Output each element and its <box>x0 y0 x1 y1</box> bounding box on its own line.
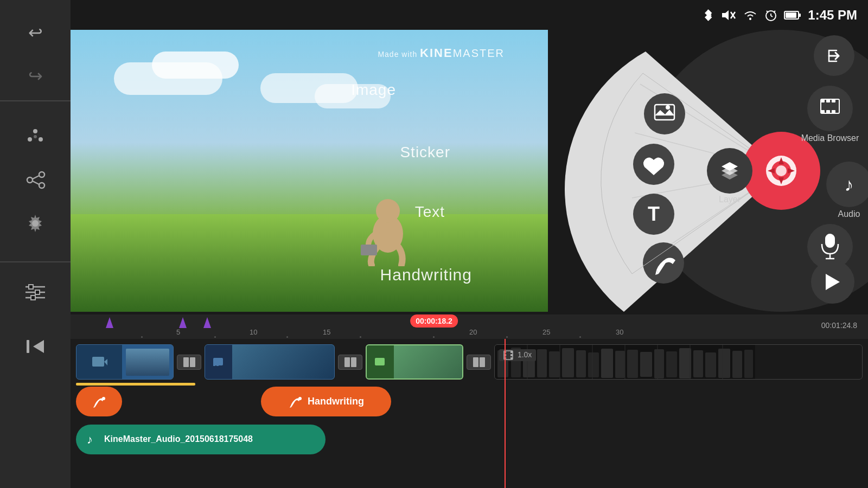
svg-point-46 <box>766 156 796 186</box>
svg-text:Layer: Layer <box>719 195 741 204</box>
svg-point-38 <box>644 93 685 134</box>
svg-rect-52 <box>821 99 839 113</box>
sidebar-divider-2 <box>0 261 71 262</box>
sticker-label[interactable]: Sticker <box>400 144 450 161</box>
svg-rect-112 <box>744 350 753 378</box>
play-button[interactable] <box>811 260 854 304</box>
svg-rect-39 <box>655 105 674 120</box>
video-clip-1[interactable] <box>76 344 174 380</box>
svg-rect-106 <box>666 351 677 377</box>
svg-rect-56 <box>821 110 825 113</box>
svg-point-48 <box>776 165 787 176</box>
svg-line-34 <box>640 84 781 171</box>
svg-rect-102 <box>615 351 625 378</box>
marker-3 <box>203 317 211 330</box>
battery-icon <box>784 10 801 21</box>
audio-clip-label: KineMaster_Audio_20150618175048 <box>104 434 253 444</box>
handwriting-clip-main[interactable]: Handwriting <box>261 387 391 416</box>
status-time: 1:45 PM <box>808 8 857 23</box>
rewind-button[interactable] <box>11 325 60 368</box>
share-button[interactable] <box>11 158 60 202</box>
svg-point-44 <box>643 242 684 284</box>
svg-point-0 <box>33 129 37 133</box>
image-label[interactable]: Image <box>351 81 396 99</box>
svg-text:T: T <box>648 203 660 225</box>
svg-text:Media Browser: Media Browser <box>801 133 859 143</box>
svg-rect-75 <box>190 357 195 367</box>
svg-rect-110 <box>718 349 730 378</box>
svg-marker-73 <box>104 359 107 365</box>
svg-rect-96 <box>537 349 547 377</box>
svg-marker-70 <box>179 317 187 328</box>
svg-rect-57 <box>826 110 830 113</box>
svg-rect-78 <box>216 363 219 366</box>
mute-icon <box>721 9 736 22</box>
svg-rect-58 <box>832 110 835 113</box>
total-time: 00:01:24.8 <box>821 321 857 330</box>
svg-rect-103 <box>627 350 638 378</box>
svg-marker-71 <box>203 317 211 328</box>
text-label[interactable]: Text <box>415 203 445 221</box>
status-bar: 1:45 PM <box>71 0 868 30</box>
transition-1[interactable] <box>177 355 201 370</box>
svg-line-36 <box>632 171 781 198</box>
settings-button[interactable] <box>11 202 60 245</box>
svg-rect-105 <box>654 349 664 378</box>
svg-rect-64 <box>825 234 835 248</box>
svg-point-120 <box>102 397 105 400</box>
preview-area: Made with KINEMASTER Image Sticker Text … <box>71 30 548 312</box>
svg-rect-104 <box>640 352 652 377</box>
svg-point-2 <box>39 137 43 142</box>
svg-rect-97 <box>549 351 560 377</box>
adjust-button[interactable] <box>11 271 60 314</box>
svg-rect-89 <box>510 351 513 353</box>
svg-rect-108 <box>693 350 703 377</box>
video-clip-2[interactable] <box>205 344 335 380</box>
film-clip[interactable]: 1.0x <box>494 344 863 380</box>
svg-rect-16 <box>27 340 29 353</box>
svg-rect-72 <box>92 357 104 367</box>
transition-3[interactable] <box>467 355 491 370</box>
svg-line-8 <box>33 181 39 184</box>
svg-rect-28 <box>786 12 796 18</box>
svg-point-49 <box>707 148 752 194</box>
person-silhouette <box>358 190 418 266</box>
undo-button[interactable]: ↩ <box>11 11 60 54</box>
svg-marker-18 <box>722 10 729 20</box>
left-sidebar: ↩ ↪ <box>0 0 71 488</box>
svg-point-41 <box>633 144 674 185</box>
marker-1 <box>106 317 113 330</box>
handwriting-clip-label: Handwriting <box>308 396 364 407</box>
svg-point-60 <box>826 162 868 207</box>
redo-button[interactable]: ↪ <box>11 54 60 98</box>
audio-clip[interactable]: ♪ KineMaster_Audio_20150618175048 <box>76 425 326 454</box>
exit-button[interactable] <box>814 35 854 76</box>
svg-rect-84 <box>480 357 485 367</box>
svg-rect-98 <box>562 348 574 377</box>
handwriting-label[interactable]: Handwriting <box>380 266 472 284</box>
svg-rect-83 <box>473 357 478 367</box>
svg-line-37 <box>643 171 781 263</box>
svg-marker-68 <box>826 274 840 290</box>
svg-rect-13 <box>29 285 33 289</box>
svg-line-24 <box>771 16 773 17</box>
transition-2[interactable] <box>338 355 362 370</box>
watermark: Made with KINEMASTER <box>378 46 505 60</box>
svg-rect-100 <box>588 352 599 377</box>
svg-rect-99 <box>576 350 586 377</box>
sidebar-divider-1 <box>0 100 71 101</box>
svg-rect-91 <box>510 357 513 359</box>
svg-rect-80 <box>351 357 356 367</box>
svg-point-4 <box>39 172 44 177</box>
video-clip-3[interactable] <box>366 344 463 380</box>
video-track: 1.0x <box>71 342 868 382</box>
effects-button[interactable] <box>11 115 60 158</box>
svg-point-51 <box>807 86 853 131</box>
svg-rect-90 <box>510 354 513 356</box>
svg-rect-74 <box>183 357 189 367</box>
svg-point-45 <box>742 132 820 210</box>
handwriting-clip-small[interactable] <box>76 387 122 416</box>
svg-point-42 <box>633 194 674 235</box>
timeline-area: 5 10 15 20 25 30 00:00:18.2 00:01:24.8 <box>71 314 868 488</box>
clip-progress-bar <box>76 383 195 386</box>
